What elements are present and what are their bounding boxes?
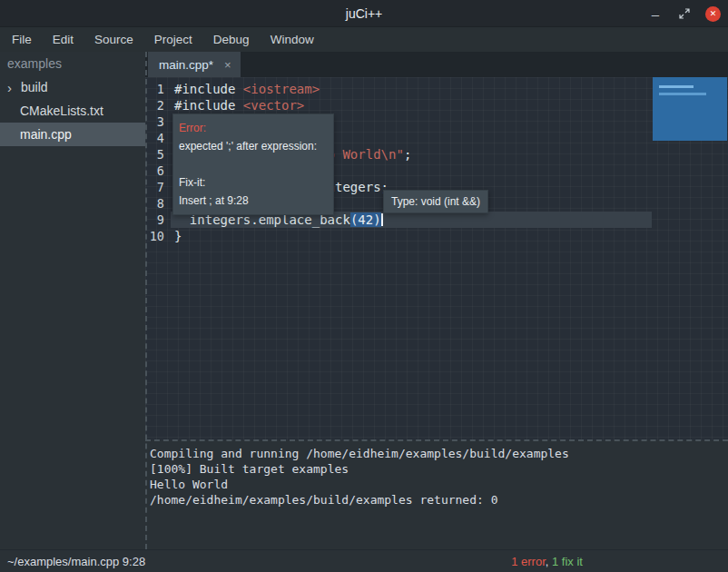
- status-file-position: ~/examples/main.cpp 9:28: [7, 555, 145, 568]
- line-number: 9: [145, 212, 171, 228]
- editor-line-10[interactable]: 10}: [145, 228, 728, 244]
- line-number: 1: [145, 81, 171, 97]
- window-title: juCi++: [346, 6, 382, 21]
- menubar: FileEditSourceProjectDebugWindow: [0, 27, 728, 52]
- sidebar: examples ›buildCMakeLists.txtmain.cpp: [0, 52, 145, 549]
- sidebar-editor-divider[interactable]: [145, 52, 147, 549]
- menu-item-file[interactable]: File: [9, 31, 34, 48]
- code-text: #include <iostream>: [171, 81, 652, 97]
- tabbar: main.cpp*×: [145, 52, 728, 77]
- code-token: ;: [404, 147, 411, 162]
- statusbar: ~/examples/main.cpp 9:28 1 error, 1 fix …: [0, 549, 728, 572]
- editor[interactable]: 1#include <iostream>2#include <vector>34…: [145, 77, 728, 440]
- error-tooltip-message: expected ';' after expression:: [179, 137, 328, 155]
- sidebar-item-label: build: [21, 80, 48, 94]
- close-button[interactable]: ✕: [705, 6, 721, 22]
- titlebar: juCi++ – ✕: [0, 0, 728, 27]
- file-tree: ›buildCMakeLists.txtmain.cpp: [0, 75, 145, 146]
- code-token: }: [174, 229, 182, 243]
- error-tooltip-fixit-text: Insert ; at 9:28: [179, 192, 328, 210]
- code-text: }: [171, 228, 652, 244]
- status-fixit-count[interactable]: 1 fix it: [552, 555, 583, 568]
- line-number: 8: [145, 195, 171, 212]
- type-tooltip-text: Type: void (int &&): [391, 195, 480, 208]
- text-cursor: [381, 213, 383, 226]
- type-tooltip: Type: void (int &&): [383, 190, 488, 213]
- output-line: [100%] Built target examples: [150, 461, 728, 477]
- status-separator: ,: [546, 555, 552, 568]
- menu-item-window[interactable]: Window: [268, 31, 317, 48]
- code-token: #include: [174, 82, 243, 96]
- line-number: 10: [145, 228, 171, 244]
- status-error-count[interactable]: 1 error: [511, 555, 546, 568]
- code-token: <vector>: [243, 98, 304, 113]
- status-diagnostics: 1 error, 1 fix it: [511, 555, 583, 568]
- minimap-thumbnail: [653, 77, 727, 141]
- output-line: /home/eidheim/examples/build/examples re…: [150, 492, 728, 508]
- menu-item-edit[interactable]: Edit: [50, 31, 76, 48]
- chevron-right-icon[interactable]: ›: [7, 81, 21, 94]
- code-text: #include <vector>: [171, 97, 652, 113]
- editor-line-2[interactable]: 2#include <vector>: [145, 97, 728, 113]
- minimize-button[interactable]: –: [647, 5, 664, 22]
- code-token: (42): [350, 212, 381, 227]
- error-tooltip: Error: expected ';' after expression: Fi…: [172, 113, 334, 215]
- project-name: examples: [0, 52, 145, 75]
- restore-button[interactable]: [676, 5, 693, 22]
- sidebar-item-label: CMakeLists.txt: [20, 104, 103, 118]
- sidebar-item-cmakelists-txt[interactable]: CMakeLists.txt: [0, 99, 145, 123]
- code-token: <iostream>: [243, 82, 320, 96]
- editor-line-1[interactable]: 1#include <iostream>: [145, 81, 728, 97]
- editor-output-divider[interactable]: [145, 439, 728, 441]
- thumbnail-line: [659, 93, 706, 95]
- menu-item-source[interactable]: Source: [92, 31, 136, 48]
- error-tooltip-fixit-title: Fix-it:: [179, 173, 328, 192]
- output-line: Compiling and running /home/eidheim/exam…: [150, 446, 728, 461]
- line-number: 5: [145, 146, 171, 163]
- line-number: 3: [145, 113, 171, 130]
- sidebar-item-label: main.cpp: [20, 127, 72, 142]
- thumbnail-line: [659, 85, 694, 88]
- code-token: #include: [174, 98, 243, 113]
- tab-main-cpp-[interactable]: main.cpp*×: [148, 52, 241, 77]
- menu-item-project[interactable]: Project: [152, 31, 195, 48]
- error-tooltip-title: Error:: [179, 119, 328, 137]
- line-number: 6: [145, 163, 171, 179]
- window-controls: – ✕: [647, 0, 721, 27]
- menu-item-debug[interactable]: Debug: [211, 31, 252, 48]
- line-number: 4: [145, 130, 171, 146]
- tab-close-icon[interactable]: ×: [224, 58, 231, 72]
- tab-label: main.cpp*: [159, 58, 213, 72]
- output-panel[interactable]: Compiling and running /home/eidheim/exam…: [145, 441, 728, 549]
- error-tooltip-spacer: [179, 155, 328, 173]
- line-number: 2: [145, 97, 171, 113]
- output-line: Hello World: [150, 477, 728, 492]
- sidebar-item-main-cpp[interactable]: main.cpp: [0, 123, 145, 146]
- restore-icon: [679, 8, 690, 19]
- application-window: juCi++ – ✕ FileEditSourceProjectDebugWin…: [0, 0, 728, 572]
- sidebar-item-build[interactable]: ›build: [0, 75, 145, 99]
- close-icon: ✕: [710, 10, 717, 18]
- line-number: 7: [145, 179, 171, 195]
